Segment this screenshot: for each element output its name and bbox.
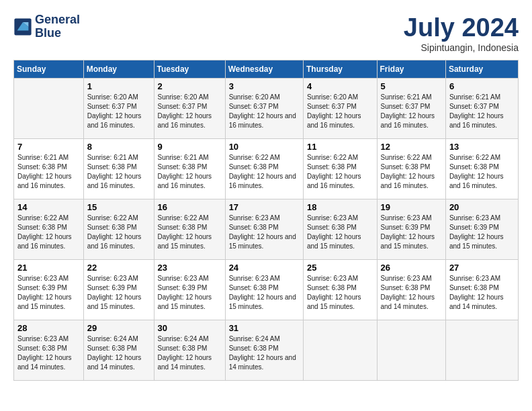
calendar-cell: 4Sunrise: 6:20 AM Sunset: 6:37 PM Daylig… (303, 79, 377, 139)
calendar-cell: 19Sunrise: 6:23 AM Sunset: 6:39 PM Dayli… (377, 199, 445, 260)
day-info: Sunrise: 6:21 AM Sunset: 6:38 PM Dayligh… (158, 153, 222, 191)
calendar-cell: 3Sunrise: 6:20 AM Sunset: 6:37 PM Daylig… (225, 79, 303, 139)
day-number: 28 (17, 323, 80, 333)
day-info: Sunrise: 6:20 AM Sunset: 6:37 PM Dayligh… (158, 93, 222, 130)
day-number: 31 (229, 323, 300, 333)
day-info: Sunrise: 6:21 AM Sunset: 6:38 PM Dayligh… (87, 153, 150, 191)
logo-text: General Blue (35, 13, 80, 40)
weekday-header: Wednesday (225, 60, 303, 79)
calendar-table: SundayMondayTuesdayWednesdayThursdayFrid… (13, 60, 519, 381)
day-info: Sunrise: 6:23 AM Sunset: 6:38 PM Dayligh… (449, 274, 515, 312)
day-number: 23 (158, 263, 222, 273)
day-info: Sunrise: 6:21 AM Sunset: 6:38 PM Dayligh… (17, 153, 80, 191)
weekday-header: Sunday (14, 60, 84, 79)
calendar-cell: 6Sunrise: 6:21 AM Sunset: 6:37 PM Daylig… (445, 79, 518, 139)
day-info: Sunrise: 6:22 AM Sunset: 6:38 PM Dayligh… (307, 153, 373, 191)
weekday-header: Monday (83, 60, 154, 79)
calendar-week-row: 21Sunrise: 6:23 AM Sunset: 6:39 PM Dayli… (14, 260, 519, 320)
calendar-cell: 17Sunrise: 6:23 AM Sunset: 6:38 PM Dayli… (225, 199, 303, 260)
day-number: 4 (307, 81, 373, 91)
day-info: Sunrise: 6:23 AM Sunset: 6:39 PM Dayligh… (381, 214, 442, 251)
calendar-cell: 22Sunrise: 6:23 AM Sunset: 6:39 PM Dayli… (83, 260, 154, 320)
day-info: Sunrise: 6:23 AM Sunset: 6:39 PM Dayligh… (158, 274, 222, 312)
day-info: Sunrise: 6:23 AM Sunset: 6:38 PM Dayligh… (307, 214, 373, 251)
day-info: Sunrise: 6:21 AM Sunset: 6:37 PM Dayligh… (449, 93, 515, 130)
subtitle: Sipintuangin, Indonesia (404, 42, 519, 53)
day-info: Sunrise: 6:23 AM Sunset: 6:39 PM Dayligh… (87, 274, 150, 312)
day-number: 6 (449, 81, 515, 91)
logo: General Blue (13, 13, 80, 40)
day-number: 8 (87, 142, 150, 152)
day-info: Sunrise: 6:22 AM Sunset: 6:38 PM Dayligh… (381, 153, 442, 191)
calendar-cell: 15Sunrise: 6:22 AM Sunset: 6:38 PM Dayli… (83, 199, 154, 260)
calendar-cell: 5Sunrise: 6:21 AM Sunset: 6:37 PM Daylig… (377, 79, 445, 139)
calendar-cell (445, 320, 518, 381)
day-number: 20 (449, 202, 515, 212)
day-number: 25 (307, 263, 373, 273)
day-info: Sunrise: 6:20 AM Sunset: 6:37 PM Dayligh… (229, 93, 300, 130)
day-number: 12 (381, 142, 442, 152)
calendar-week-row: 1Sunrise: 6:20 AM Sunset: 6:37 PM Daylig… (14, 79, 519, 139)
day-number: 11 (307, 142, 373, 152)
logo-icon (13, 17, 32, 36)
day-number: 13 (449, 142, 515, 152)
day-info: Sunrise: 6:22 AM Sunset: 6:38 PM Dayligh… (158, 214, 222, 251)
calendar-week-row: 7Sunrise: 6:21 AM Sunset: 6:38 PM Daylig… (14, 139, 519, 199)
day-number: 21 (17, 263, 80, 273)
weekday-header: Thursday (303, 60, 377, 79)
calendar-cell: 12Sunrise: 6:22 AM Sunset: 6:38 PM Dayli… (377, 139, 445, 199)
day-info: Sunrise: 6:21 AM Sunset: 6:37 PM Dayligh… (381, 93, 442, 130)
calendar-cell: 8Sunrise: 6:21 AM Sunset: 6:38 PM Daylig… (83, 139, 154, 199)
day-info: Sunrise: 6:24 AM Sunset: 6:38 PM Dayligh… (87, 334, 150, 372)
day-number: 5 (381, 81, 442, 91)
calendar-cell (14, 79, 84, 139)
day-info: Sunrise: 6:22 AM Sunset: 6:38 PM Dayligh… (17, 214, 80, 251)
weekday-header: Saturday (445, 60, 518, 79)
day-number: 14 (17, 202, 80, 212)
logo-line2: Blue (35, 27, 80, 40)
calendar-cell: 30Sunrise: 6:24 AM Sunset: 6:38 PM Dayli… (154, 320, 225, 381)
calendar-cell: 31Sunrise: 6:24 AM Sunset: 6:38 PM Dayli… (225, 320, 303, 381)
weekday-header: Friday (377, 60, 445, 79)
day-info: Sunrise: 6:22 AM Sunset: 6:38 PM Dayligh… (87, 214, 150, 251)
day-info: Sunrise: 6:23 AM Sunset: 6:38 PM Dayligh… (17, 334, 80, 372)
header-row: SundayMondayTuesdayWednesdayThursdayFrid… (14, 60, 519, 79)
day-number: 24 (229, 263, 300, 273)
calendar-cell: 21Sunrise: 6:23 AM Sunset: 6:39 PM Dayli… (14, 260, 84, 320)
calendar-week-row: 28Sunrise: 6:23 AM Sunset: 6:38 PM Dayli… (14, 320, 519, 381)
calendar-cell: 23Sunrise: 6:23 AM Sunset: 6:39 PM Dayli… (154, 260, 225, 320)
calendar-cell: 25Sunrise: 6:23 AM Sunset: 6:38 PM Dayli… (303, 260, 377, 320)
day-number: 29 (87, 323, 150, 333)
day-info: Sunrise: 6:23 AM Sunset: 6:38 PM Dayligh… (229, 214, 300, 251)
day-number: 27 (449, 263, 515, 273)
day-number: 17 (229, 202, 300, 212)
day-info: Sunrise: 6:20 AM Sunset: 6:37 PM Dayligh… (307, 93, 373, 130)
day-info: Sunrise: 6:22 AM Sunset: 6:38 PM Dayligh… (449, 153, 515, 191)
page-header: General Blue July 2024 Sipintuangin, Ind… (13, 13, 519, 53)
day-number: 10 (229, 142, 300, 152)
day-number: 3 (229, 81, 300, 91)
calendar-cell: 20Sunrise: 6:23 AM Sunset: 6:39 PM Dayli… (445, 199, 518, 260)
calendar-cell (303, 320, 377, 381)
calendar-cell: 13Sunrise: 6:22 AM Sunset: 6:38 PM Dayli… (445, 139, 518, 199)
day-number: 9 (158, 142, 222, 152)
calendar-cell: 24Sunrise: 6:23 AM Sunset: 6:38 PM Dayli… (225, 260, 303, 320)
calendar-cell: 14Sunrise: 6:22 AM Sunset: 6:38 PM Dayli… (14, 199, 84, 260)
day-number: 19 (381, 202, 442, 212)
calendar-cell: 16Sunrise: 6:22 AM Sunset: 6:38 PM Dayli… (154, 199, 225, 260)
title-block: July 2024 Sipintuangin, Indonesia (404, 13, 519, 53)
day-number: 7 (17, 142, 80, 152)
calendar-cell: 26Sunrise: 6:23 AM Sunset: 6:38 PM Dayli… (377, 260, 445, 320)
day-number: 15 (87, 202, 150, 212)
calendar-cell: 1Sunrise: 6:20 AM Sunset: 6:37 PM Daylig… (83, 79, 154, 139)
day-number: 16 (158, 202, 222, 212)
calendar-cell: 28Sunrise: 6:23 AM Sunset: 6:38 PM Dayli… (14, 320, 84, 381)
day-info: Sunrise: 6:22 AM Sunset: 6:38 PM Dayligh… (229, 153, 300, 191)
day-number: 18 (307, 202, 373, 212)
calendar-cell: 7Sunrise: 6:21 AM Sunset: 6:38 PM Daylig… (14, 139, 84, 199)
day-info: Sunrise: 6:24 AM Sunset: 6:38 PM Dayligh… (158, 334, 222, 372)
calendar-cell: 2Sunrise: 6:20 AM Sunset: 6:37 PM Daylig… (154, 79, 225, 139)
logo-line1: General (35, 13, 80, 27)
day-number: 22 (87, 263, 150, 273)
calendar-cell (377, 320, 445, 381)
